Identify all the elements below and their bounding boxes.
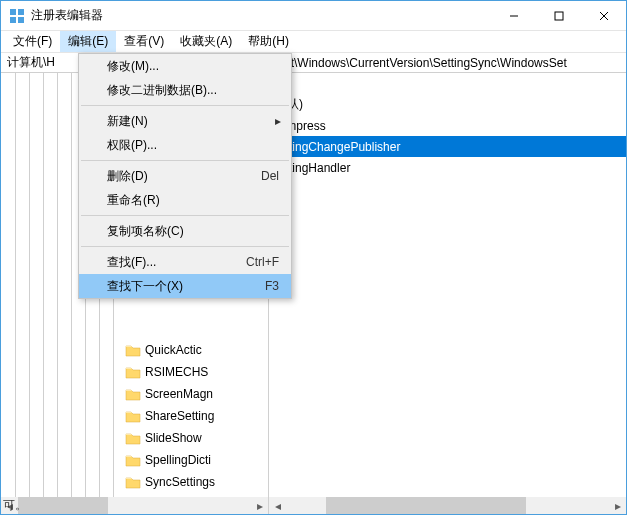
maximize-button[interactable] [536, 1, 581, 30]
list-hscroll[interactable]: ◂ ▸ [269, 497, 626, 514]
close-button[interactable] [581, 1, 626, 30]
menu-item[interactable]: 收藏夹(A) [172, 31, 240, 52]
svg-rect-0 [10, 9, 16, 15]
scroll-right-button[interactable]: ▸ [609, 497, 626, 514]
menu-item-label: 权限(P)... [107, 137, 279, 154]
tree-item[interactable]: SpellingDicti [125, 449, 215, 471]
scroll-track[interactable] [286, 497, 609, 514]
folder-icon [125, 343, 141, 357]
tree-item-label: ScreenMagn [145, 387, 213, 401]
menu-dropdown-item[interactable]: 修改二进制数据(B)... [79, 78, 291, 102]
svg-rect-5 [555, 12, 563, 20]
menu-separator [81, 105, 289, 106]
folder-icon [125, 475, 141, 489]
submenu-arrow-icon: ▸ [275, 114, 281, 128]
menu-item-label: 删除(D) [107, 168, 261, 185]
tree-item-label: SpellingDicti [145, 453, 211, 467]
menu-separator [81, 160, 289, 161]
scroll-thumb[interactable] [326, 497, 526, 514]
menu-item-label: 查找下一个(X) [107, 278, 265, 295]
list-row[interactable]: SettingChangePublisher [269, 136, 626, 157]
list-row[interactable]: Compress [269, 115, 626, 136]
tree-hscroll[interactable]: ◂ ▸ [1, 497, 268, 514]
tree-item[interactable]: QuickActic [125, 339, 215, 361]
folder-icon [125, 387, 141, 401]
menu-item-label: 查找(F)... [107, 254, 246, 271]
menu-dropdown-item[interactable]: 删除(D)Del [79, 164, 291, 188]
tree-item[interactable]: ScreenMagn [125, 383, 215, 405]
window-title: 注册表编辑器 [31, 7, 491, 24]
list-pane: 尔(默认)CompressSettingChangePublisherSetti… [269, 73, 626, 514]
list-row[interactable]: SettingHandler [269, 157, 626, 178]
folder-icon [125, 453, 141, 467]
menu-separator [81, 246, 289, 247]
menu-item-shortcut: Ctrl+F [246, 255, 279, 269]
edit-menu-dropdown: 修改(M)...修改二进制数据(B)...新建(N)▸权限(P)...删除(D)… [78, 53, 292, 299]
menu-item[interactable]: 帮助(H) [240, 31, 297, 52]
list-row[interactable]: 尔 [269, 73, 626, 94]
list-row[interactable]: (默认) [269, 94, 626, 115]
menu-item-label: 修改(M)... [107, 58, 279, 75]
tree-item-label: ShareSetting [145, 409, 214, 423]
minimize-button[interactable] [491, 1, 536, 30]
list-body[interactable]: 尔(默认)CompressSettingChangePublisherSetti… [269, 73, 626, 497]
menu-dropdown-item[interactable]: 权限(P)... [79, 133, 291, 157]
menu-separator [81, 215, 289, 216]
menu-dropdown-item[interactable]: 复制项名称(C) [79, 219, 291, 243]
folder-icon [125, 431, 141, 445]
menu-dropdown-item[interactable]: 新建(N)▸ [79, 109, 291, 133]
window: 注册表编辑器 文件(F)编辑(E)查看(V)收藏夹(A)帮助(H) 计算机\H … [0, 0, 627, 515]
menu-dropdown-item[interactable]: 查找下一个(X)F3 [79, 274, 291, 298]
svg-rect-3 [18, 17, 24, 23]
scroll-thumb[interactable] [18, 497, 108, 514]
status-text: 可。 [3, 497, 27, 514]
address-left: 计算机\H [7, 54, 55, 71]
folder-icon [125, 409, 141, 423]
menu-dropdown-item[interactable]: 重命名(R) [79, 188, 291, 212]
menu-item[interactable]: 查看(V) [116, 31, 172, 52]
titlebar: 注册表编辑器 [1, 1, 626, 31]
menu-item-label: 修改二进制数据(B)... [107, 82, 279, 99]
menu-dropdown-item[interactable]: 查找(F)...Ctrl+F [79, 250, 291, 274]
menu-dropdown-item[interactable]: 修改(M)... [79, 54, 291, 78]
scroll-left-button[interactable]: ◂ [269, 497, 286, 514]
menu-item-label: 复制项名称(C) [107, 223, 279, 240]
menu-item-label: 新建(N) [107, 113, 279, 130]
scroll-right-button[interactable]: ▸ [251, 497, 268, 514]
tree-item-label: SyncSettings [145, 475, 215, 489]
tree-item[interactable]: ShareSetting [125, 405, 215, 427]
tree-item[interactable]: RSIMECHS [125, 361, 215, 383]
tree-item-label: RSIMECHS [145, 365, 208, 379]
menu-item-label: 重命名(R) [107, 192, 279, 209]
tree-item-label: QuickActic [145, 343, 202, 357]
menu-item-shortcut: F3 [265, 279, 279, 293]
svg-rect-1 [18, 9, 24, 15]
menu-item-shortcut: Del [261, 169, 279, 183]
tree-item-label: SlideShow [145, 431, 202, 445]
menu-item[interactable]: 文件(F) [5, 31, 60, 52]
menu-item[interactable]: 编辑(E) [60, 31, 116, 52]
scroll-track[interactable] [18, 497, 251, 514]
address-right: osoft\Windows\CurrentVersion\SettingSync… [268, 56, 567, 70]
tree-item[interactable]: SlideShow [125, 427, 215, 449]
tree-item[interactable]: SyncSettings [125, 471, 215, 493]
menubar: 文件(F)编辑(E)查看(V)收藏夹(A)帮助(H) [1, 31, 626, 53]
app-icon [9, 8, 25, 24]
svg-rect-2 [10, 17, 16, 23]
folder-icon [125, 365, 141, 379]
